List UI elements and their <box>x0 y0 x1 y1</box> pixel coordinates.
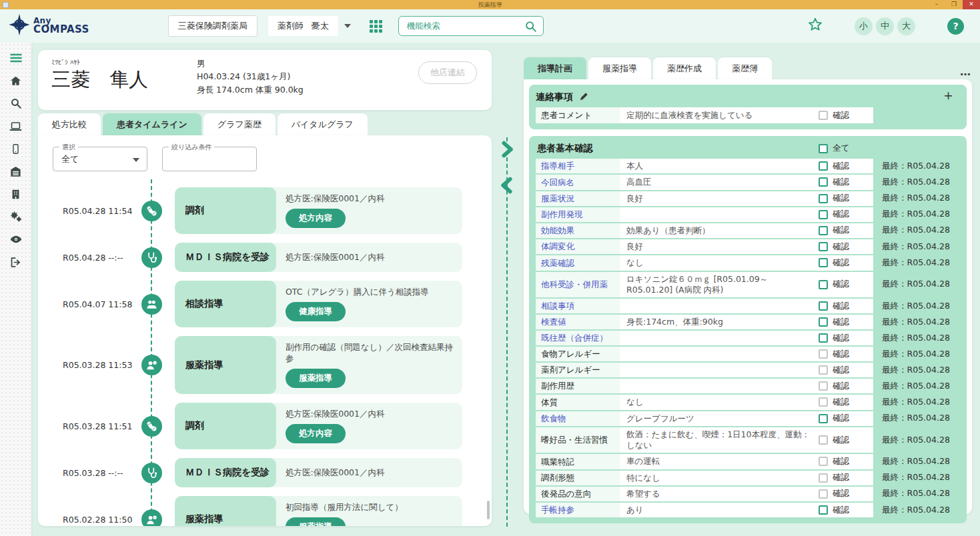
timeline-entry-card[interactable]: ＭＤＩＳ病院を受診処方医:保険医0001／内科 <box>175 243 462 272</box>
basic-row-value[interactable]: 効果あり（患者判断） <box>620 223 819 238</box>
function-search-input[interactable]: 機能検索 <box>398 16 544 36</box>
apps-grid-icon[interactable] <box>370 20 382 33</box>
basic-row-value[interactable] <box>620 347 819 361</box>
search-icon[interactable] <box>9 97 23 110</box>
confirm-checkbox[interactable]: 確認 <box>819 503 873 517</box>
confirm-checkbox[interactable]: 確認 <box>819 454 873 469</box>
confirm-checkbox[interactable]: 確認 <box>819 395 873 409</box>
checkbox-icon[interactable] <box>819 301 828 311</box>
help-button[interactable]: ? <box>947 18 964 35</box>
close-button[interactable]: ✕ <box>963 0 980 9</box>
checkbox-icon[interactable] <box>819 226 828 235</box>
tab-history-create[interactable]: 薬歴作成 <box>653 57 716 79</box>
basic-row-value[interactable] <box>620 207 819 222</box>
checkbox-icon[interactable] <box>819 435 828 445</box>
confirm-checkbox[interactable]: 確認 <box>819 299 873 313</box>
basic-row-label[interactable]: 体調変化 <box>536 239 620 254</box>
basic-row-label[interactable]: 副作用発現 <box>536 207 620 222</box>
confirm-checkbox[interactable]: 確認 <box>819 223 873 238</box>
contact-row-value[interactable]: 定期的に血液検査を実施している <box>620 107 819 123</box>
basic-row-label[interactable]: 効能効果 <box>536 223 620 238</box>
basic-row-value[interactable]: なし <box>620 255 819 270</box>
checkbox-icon[interactable] <box>819 210 828 219</box>
basic-row-value[interactable] <box>620 331 819 345</box>
basic-row-value[interactable]: 良好 <box>620 191 819 206</box>
basic-row-value[interactable]: 車の運転 <box>620 454 819 469</box>
tab-patient-timeline[interactable]: 患者タイムライン <box>103 113 201 135</box>
logout-icon[interactable] <box>9 255 23 269</box>
checkbox-icon[interactable] <box>819 144 828 153</box>
confirm-checkbox[interactable]: 確認 <box>819 363 873 377</box>
basic-row-label[interactable]: 今回病名 <box>536 175 620 189</box>
basic-row-label[interactable]: 既往歴（合併症） <box>536 331 620 345</box>
checkbox-icon[interactable] <box>819 457 828 466</box>
confirm-checkbox[interactable]: 確認 <box>819 379 873 393</box>
basic-row-label[interactable]: 検査値 <box>536 315 620 329</box>
basic-row-value[interactable]: 高血圧 <box>620 175 819 189</box>
checkbox-icon[interactable] <box>819 194 828 203</box>
confirm-checkbox[interactable]: 確認 <box>819 331 873 345</box>
basic-row-value[interactable]: 飲酒：たまに飲む、喫煙：1日10本程度、運動：しない <box>620 427 819 453</box>
confirm-checkbox[interactable]: 確認 <box>819 471 873 485</box>
basic-row-value[interactable] <box>620 363 819 377</box>
expand-left-chevron-icon[interactable] <box>498 176 516 195</box>
checkbox-icon[interactable] <box>819 161 828 171</box>
checkbox-icon[interactable] <box>819 258 828 267</box>
timeline-action-button[interactable]: 服薬指導 <box>286 517 346 526</box>
basic-row-label[interactable]: 手帳持参 <box>536 503 620 517</box>
checkbox-icon[interactable] <box>819 365 828 375</box>
confirm-checkbox[interactable]: 確認 <box>819 411 873 426</box>
add-item-button[interactable]: ＋ <box>941 89 955 103</box>
timeline-entry-card[interactable]: 調剤処方医:保険医0001／内科処方内容 <box>175 187 462 234</box>
basic-row-value[interactable]: 希望する <box>620 487 819 501</box>
tab-graph-history[interactable]: グラフ薬歴 <box>203 113 276 135</box>
tab-prescription-compare[interactable]: 処方比較 <box>38 113 101 135</box>
confirm-checkbox[interactable]: 確認 <box>819 487 873 501</box>
confirm-checkbox[interactable]: 確認 <box>819 191 873 206</box>
edit-pencil-icon[interactable] <box>579 91 589 103</box>
basic-row-label[interactable]: 服薬状況 <box>536 191 620 206</box>
settings-icon[interactable] <box>9 210 23 223</box>
timeline-scrollbar[interactable] <box>487 501 490 519</box>
basic-row-value[interactable] <box>620 299 819 313</box>
search-icon[interactable] <box>524 19 538 37</box>
home-icon[interactable] <box>9 74 23 87</box>
smartphone-icon[interactable] <box>9 142 23 155</box>
checkbox-icon[interactable] <box>819 473 828 483</box>
basic-row-value[interactable]: ロキソニン錠６０ｍｇ [R05.01.09～R05.01.20] (A病院 内科… <box>620 272 819 298</box>
basic-row-value[interactable]: 身長:174cm、体重:90kg <box>620 315 819 329</box>
building-icon[interactable] <box>9 187 23 201</box>
other-store-link-button[interactable]: 他店連結 <box>418 61 477 84</box>
timeline-action-button[interactable]: 処方内容 <box>286 424 346 443</box>
timeline-filter-input[interactable]: 絞り込み条件 <box>162 147 257 171</box>
maximize-button[interactable]: ❐ <box>945 0 963 9</box>
checkbox-icon[interactable] <box>819 414 828 423</box>
tab-medication-guidance[interactable]: 服薬指導 <box>588 57 651 79</box>
basic-row-value[interactable]: 良好 <box>620 239 819 254</box>
tab-guidance-plan[interactable]: 指導計画 <box>524 57 586 79</box>
more-menu-icon[interactable]: … <box>960 65 971 78</box>
timeline-action-button[interactable]: 服薬指導 <box>286 369 346 388</box>
timeline-entry-card[interactable]: 服薬指導初回指導（服用方法に関して）服薬指導 <box>175 496 462 526</box>
basic-row-value[interactable]: なし <box>620 395 819 409</box>
user-selector[interactable]: 薬剤師 憂太 <box>268 16 338 36</box>
archive-icon[interactable] <box>9 165 23 178</box>
confirm-checkbox[interactable]: 確認 <box>819 427 873 453</box>
menu-icon[interactable] <box>9 51 23 65</box>
checkbox-icon[interactable] <box>819 280 828 289</box>
basic-row-label[interactable]: 飲食物 <box>536 411 620 426</box>
timeline-action-button[interactable]: 処方内容 <box>286 209 346 228</box>
timeline-entry-card[interactable]: 相談指導OTC（アレグラ）購入に伴う相談指導健康指導 <box>175 281 462 327</box>
font-size-button-0[interactable]: 小 <box>855 17 873 35</box>
laptop-icon[interactable] <box>9 119 23 133</box>
basic-row-value[interactable]: 特になし <box>620 471 819 485</box>
confirm-checkbox[interactable]: 確認 <box>819 347 873 361</box>
basic-row-value[interactable] <box>620 379 819 393</box>
checkbox-icon[interactable] <box>819 505 828 515</box>
checkbox-icon[interactable] <box>819 111 828 120</box>
minimize-button[interactable]: – <box>928 0 945 9</box>
checkbox-icon[interactable] <box>819 349 828 359</box>
confirm-checkbox[interactable]: 確認 <box>819 255 873 270</box>
timeline-entry-card[interactable]: 服薬指導副作用の確認（問題なし）／次回検査結果持参服薬指導 <box>175 336 462 394</box>
tab-history-book[interactable]: 薬歴簿 <box>718 57 772 79</box>
